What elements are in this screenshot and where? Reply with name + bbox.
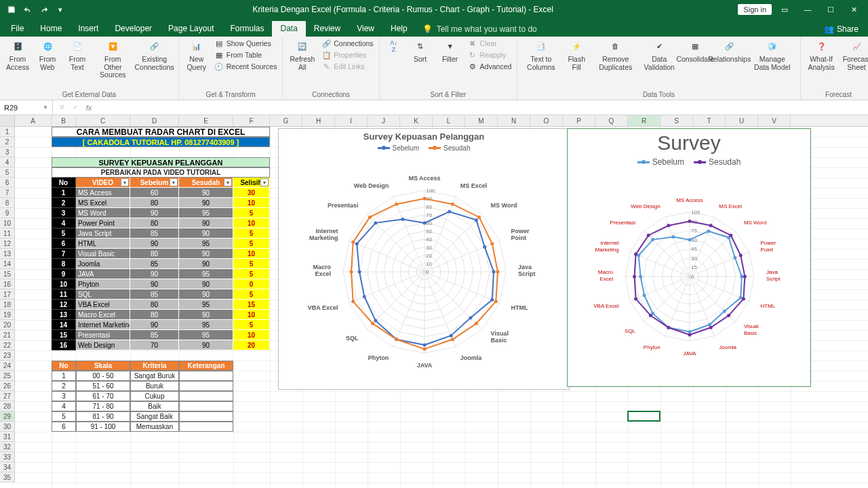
row-header-6[interactable]: 6 <box>0 178 15 188</box>
data-selisih[interactable]: 10 <box>233 310 270 320</box>
tab-help[interactable]: Help <box>382 21 416 37</box>
connections-button[interactable]: 🔗Connections <box>320 38 374 49</box>
row-header-16[interactable]: 16 <box>0 279 15 289</box>
data-video[interactable]: Internet Marketing <box>76 320 130 330</box>
consolidate-button[interactable]: ▦Consolidate <box>680 38 710 65</box>
col-header-F[interactable]: F <box>233 115 270 126</box>
row-header-35[interactable]: 35 <box>0 472 15 483</box>
title-1[interactable]: CARA MEMBUAT RADAR CHART DI EXCEL <box>52 127 270 137</box>
tab-file[interactable]: File <box>3 21 32 37</box>
data-sebelum[interactable]: 90 <box>130 320 179 330</box>
data-no[interactable]: 9 <box>52 269 76 279</box>
data-sesudah[interactable]: 95 <box>179 239 233 249</box>
show-queries-button[interactable]: ▤Show Queries <box>213 38 279 49</box>
col-header-D[interactable]: D <box>130 115 179 126</box>
data-sesudah[interactable]: 90 <box>179 340 233 350</box>
data-no[interactable]: 5 <box>52 228 76 239</box>
row-header-2[interactable]: 2 <box>0 137 15 147</box>
properties-button[interactable]: 📋Properties <box>320 49 374 60</box>
col-header-A[interactable]: A <box>15 115 52 126</box>
col-header-R[interactable]: R <box>628 115 660 126</box>
data-no[interactable]: 4 <box>52 218 76 228</box>
col-header-H[interactable]: H <box>302 115 335 126</box>
cancel-formula-icon[interactable]: ✕ <box>56 103 68 112</box>
data-video[interactable]: Phyton <box>76 279 130 289</box>
t2-no[interactable]: 5 <box>52 411 76 422</box>
refresh-all-button[interactable]: 🔄Refresh All <box>287 38 317 73</box>
t2-ket[interactable] <box>179 411 233 422</box>
signin-button[interactable]: Sign in <box>738 4 772 15</box>
data-video[interactable]: VBA Excel <box>76 300 130 310</box>
data-selisih[interactable]: 0 <box>233 279 270 289</box>
t2-kriteria[interactable]: Cukup <box>130 391 179 401</box>
data-sesudah[interactable]: 90 <box>179 198 233 208</box>
row-header-31[interactable]: 31 <box>0 432 15 442</box>
row-header-5[interactable]: 5 <box>0 167 15 178</box>
t2-hdr-ket[interactable]: Keterangan <box>179 361 233 371</box>
data-video[interactable]: JAVA <box>76 269 130 279</box>
hdr-sesudah[interactable]: Sesudah▼ <box>179 178 233 188</box>
data-selisih[interactable]: 10 <box>233 330 270 340</box>
accept-formula-icon[interactable]: ✓ <box>69 103 81 112</box>
data-sesudah[interactable]: 95 <box>179 330 233 340</box>
sort-button[interactable]: ⇅Sort <box>407 38 434 65</box>
data-sebelum[interactable]: 80 <box>130 310 179 320</box>
survey-title[interactable]: SURVEY KEPUASAN PELANGGAN <box>52 157 270 167</box>
data-no[interactable]: 12 <box>52 300 76 310</box>
col-header-M[interactable]: M <box>465 115 498 126</box>
t2-skala[interactable]: 00 - 50 <box>76 371 130 381</box>
data-sebelum[interactable]: 85 <box>130 289 179 300</box>
data-video[interactable]: Java Script <box>76 228 130 239</box>
row-header-18[interactable]: 18 <box>0 300 15 310</box>
data-selisih[interactable]: 30 <box>233 188 270 198</box>
tab-data[interactable]: Data <box>272 21 305 37</box>
tab-view[interactable]: View <box>349 21 382 37</box>
data-sebelum[interactable]: 85 <box>130 228 179 239</box>
data-no[interactable]: 8 <box>52 259 76 269</box>
data-video[interactable]: MS Excel <box>76 198 130 208</box>
row-header-25[interactable]: 25 <box>0 371 15 381</box>
radar-chart-1[interactable]: Survey Kepuasan Pelanggan.swatch::after{… <box>278 128 570 390</box>
data-sesudah[interactable]: 95 <box>179 269 233 279</box>
data-video[interactable]: Presentasi <box>76 330 130 340</box>
select-all-corner[interactable] <box>0 115 15 126</box>
tab-page-layout[interactable]: Page Layout <box>160 21 222 37</box>
manage-data-model-button[interactable]: 🧊Manage Data Model <box>749 38 795 73</box>
row-header-20[interactable]: 20 <box>0 320 15 330</box>
t2-kriteria[interactable]: Sangat Buruk <box>130 371 179 381</box>
name-box[interactable]: R29▼ <box>0 100 53 115</box>
new-query-button[interactable]: 📊New Query <box>183 38 210 73</box>
t2-ket[interactable] <box>179 371 233 381</box>
col-header-E[interactable]: E <box>179 115 233 126</box>
data-sebelum[interactable]: 60 <box>130 188 179 198</box>
filter-dropdown-icon[interactable]: ▼ <box>224 178 232 186</box>
row-header-21[interactable]: 21 <box>0 330 15 340</box>
title-2[interactable]: [ CAKADOLA TUTORIAL HP. 081277403909 ] <box>52 137 270 147</box>
data-sebelum[interactable]: 90 <box>130 269 179 279</box>
filter-dropdown-icon[interactable]: ▼ <box>121 178 129 186</box>
t2-hdr-no[interactable]: No <box>52 361 76 371</box>
data-selisih[interactable]: 5 <box>233 269 270 279</box>
forecast-sheet-button[interactable]: 📈Forecast Sheet <box>841 38 868 73</box>
t2-skala[interactable]: 51 - 60 <box>76 381 130 391</box>
t2-skala[interactable]: 81 - 90 <box>76 411 130 422</box>
fx-icon[interactable]: fx <box>83 104 95 112</box>
row-header-27[interactable]: 27 <box>0 391 15 401</box>
existing-conn-button[interactable]: 🔗Existing Connections <box>135 38 174 73</box>
data-sebelum[interactable]: 85 <box>130 259 179 269</box>
filter-dropdown-icon[interactable]: ▼ <box>170 178 178 186</box>
hdr-selisih[interactable]: Selisih▼ <box>233 178 270 188</box>
qat-customize-icon[interactable]: ▾ <box>53 2 68 17</box>
col-header-G[interactable]: G <box>270 115 302 126</box>
t2-skala[interactable]: 91 - 100 <box>76 422 130 432</box>
tab-home[interactable]: Home <box>32 21 70 37</box>
t2-skala[interactable]: 61 - 70 <box>76 391 130 401</box>
data-selisih[interactable]: 15 <box>233 300 270 310</box>
data-selisih[interactable]: 5 <box>233 228 270 239</box>
ribbon-options-icon[interactable]: ▭ <box>774 2 795 17</box>
from-other-button[interactable]: 🔽From Other Sources <box>94 38 132 81</box>
row-header-33[interactable]: 33 <box>0 452 15 462</box>
data-sesudah[interactable]: 95 <box>179 320 233 330</box>
data-selisih[interactable]: 10 <box>233 249 270 259</box>
row-header-3[interactable]: 3 <box>0 147 15 157</box>
